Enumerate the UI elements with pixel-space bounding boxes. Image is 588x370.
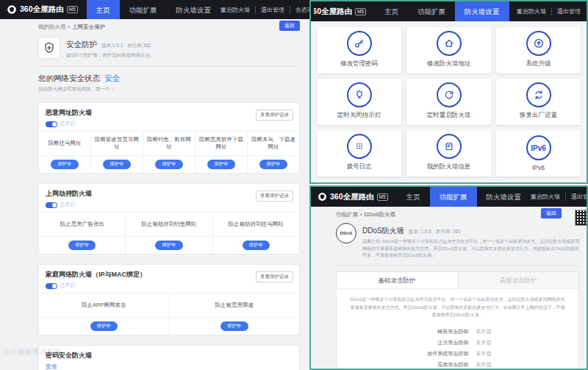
shield-logo-icon xyxy=(7,4,17,15)
tab-home[interactable]: 主页 xyxy=(397,187,430,207)
tab-firewall-settings[interactable]: 防火墙设置 xyxy=(477,187,531,207)
brand-logo[interactable]: 360全屋路由 M5 xyxy=(314,7,366,17)
grid-cell-change-admin-password[interactable]: 修改管理密码 xyxy=(317,27,401,74)
grid-cell-ipv6[interactable]: IPv6 IPv6 xyxy=(496,130,581,177)
grid-cell-system-upgrade[interactable]: 系统升级 xyxy=(496,27,581,74)
view-protection-log-button[interactable]: 查看保护记录 xyxy=(256,110,293,121)
grid-cell-factory-reset[interactable]: 恢复出厂设置 xyxy=(496,79,581,125)
menu-restart-firewall[interactable]: 重启防火墙 xyxy=(220,6,250,14)
menu-consult[interactable]: 去咨询 xyxy=(290,6,309,14)
protecting-pill[interactable]: 保护中 xyxy=(259,160,287,169)
section-items: 阻断挂马网址保护中 阻断篡改首页等网址保护中 阻断钓鱼、欺诈网址保护中 阻断恶意… xyxy=(39,131,299,173)
bulb-icon xyxy=(347,82,372,107)
protecting-pill[interactable]: 保护中 xyxy=(51,160,79,169)
back-button[interactable]: 返回 xyxy=(279,21,300,31)
card-sub: 已开启 xyxy=(46,282,293,289)
protecting-pill[interactable]: 保护中 xyxy=(103,160,131,169)
menu-restart-firewall[interactable]: 重启防火墙 xyxy=(517,7,546,15)
view-protection-log-button[interactable]: 查看保护记录 xyxy=(256,271,293,282)
network-status: 您的网络安全状态安全 xyxy=(38,74,300,84)
protection-label: 操作系统攻击防御 xyxy=(343,350,468,357)
protection-item: 防止被劫持到挂马网站保护中 xyxy=(212,213,299,254)
protecting-pill[interactable]: 保护中 xyxy=(155,241,183,250)
protecting-pill[interactable]: 保护中 xyxy=(90,321,118,331)
tab-advanced-protection[interactable]: 高级攻击防护 xyxy=(457,272,578,288)
protection-item: 防止恶意广告弹出保护中 xyxy=(39,213,125,254)
tab-firewall-settings[interactable]: 防火墙设置 xyxy=(455,1,509,21)
breadcrumb-current: 上网安全保护 xyxy=(72,24,105,30)
breadcrumb-root[interactable]: 功能扩展 xyxy=(336,211,358,218)
protection-item: 阻止ARP断网攻击保护中 xyxy=(39,293,169,335)
protecting-pill[interactable]: 保护中 xyxy=(207,160,235,169)
brand-text: 360全屋路由 xyxy=(330,192,374,202)
protection-row: 泛洪攻击防御未开启 xyxy=(337,339,578,346)
br-topbar: 360全屋路由 M5 主页 功能扩展 防火墙设置 重启防火墙 退出管理 去咨询 … xyxy=(311,187,587,207)
toggle-state-label: 已开启 xyxy=(60,121,75,127)
app-version: 版本:1.0.1 xyxy=(101,43,123,48)
grid-cell-schedule-restart[interactable]: 定时重启防火墙 xyxy=(406,79,491,125)
card-header: 密码安全防火墙 安全 xyxy=(39,346,299,370)
section-items: 防止恶意广告弹出保护中 防止被劫持到钓鱼网站保护中 防止被劫持到挂马网站保护中 xyxy=(39,212,299,254)
protecting-pill[interactable]: 保护中 xyxy=(243,241,270,250)
topbar-menu: 重启防火墙 退出管理 去咨询 A xyxy=(531,193,587,201)
doc-icon xyxy=(437,134,462,159)
protection-list: 畸形攻击防御未开启 泛洪攻击防御未开启 操作系统攻击防御未开启 应用攻击防御未开… xyxy=(337,322,578,370)
tab-extensions[interactable]: 功能扩展 xyxy=(408,1,455,21)
card-sub: 已开启 xyxy=(46,121,293,127)
protecting-pill[interactable]: 保护中 xyxy=(68,241,96,250)
password-status: 安全 xyxy=(46,363,293,370)
item-label: 阻断挂马网址 xyxy=(39,132,90,155)
protecting-pill[interactable]: 保护中 xyxy=(220,321,248,331)
tab-firewall-settings[interactable]: 防火墙设置 xyxy=(167,0,221,19)
app-version: 版本: 1.0.6 xyxy=(409,229,431,234)
back-button[interactable]: 返回 xyxy=(541,208,562,218)
toggle-switch[interactable] xyxy=(46,121,57,127)
toggle-switch[interactable] xyxy=(46,283,57,289)
grid-cell-label: 定时重启防火墙 xyxy=(427,111,471,120)
app-publisher: 发行商: 360 xyxy=(436,229,461,234)
grid-cell-label: 修改管理密码 xyxy=(340,60,378,68)
ipv6-icon: IPv6 xyxy=(526,135,551,160)
menu-restart-firewall[interactable]: 重启防火墙 xyxy=(531,193,560,201)
topbar-menu: 重启防火墙 退出管理 xyxy=(517,7,587,15)
protecting-pill[interactable]: 保护中 xyxy=(155,160,183,169)
home-icon xyxy=(437,31,462,56)
section-items: 阻止ARP断网攻击保护中 防止被恶意限速保护中 xyxy=(39,293,299,335)
brand-logo[interactable]: 360全屋路由 M5 xyxy=(318,192,388,202)
tab-basic-protection[interactable]: 基础攻击防护 xyxy=(337,272,457,288)
grid-cell-schedule-led-off[interactable]: 定时关闭指示灯 xyxy=(317,79,401,125)
breadcrumb-sep: > xyxy=(359,211,362,218)
toggle-switch[interactable] xyxy=(46,202,57,208)
card-malicious-url-firewall: 恶意网址防火墙 已开启 查看保护记录 阻断挂马网址保护中 阻断篡改首页等网址保护… xyxy=(38,102,300,174)
grid-cell-change-firewall-address[interactable]: 修改防火墙地址 xyxy=(406,27,491,74)
grid-cell-firewall-info[interactable]: 我的防火墙信息 xyxy=(406,130,491,177)
breadcrumb-current: DDoS防火墙 xyxy=(365,211,396,218)
topbar-menu: 重启防火墙 退出管理 去咨询 xyxy=(220,6,309,14)
menu-logout[interactable]: 退出管理 xyxy=(551,7,581,15)
tab-extensions[interactable]: 功能扩展 xyxy=(120,0,167,19)
breadcrumb: 我的防火墙 > 上网安全保护 xyxy=(38,24,300,31)
shield-logo-icon xyxy=(318,192,327,202)
menu-logout[interactable]: 退出管理 xyxy=(565,193,587,201)
section-title: 密码安全防火墙 xyxy=(46,351,293,360)
item-label: 阻断钓鱼、欺诈网址 xyxy=(143,132,195,155)
protection-item: 阻断木马、下载者网址保护中 xyxy=(247,132,299,173)
view-protection-log-button[interactable]: 查看保护记录 xyxy=(256,191,293,202)
brand-logo[interactable]: 360全屋路由 M5 xyxy=(7,4,78,15)
item-label: 防止恶意广告弹出 xyxy=(39,213,125,236)
grid-cell-dial-log[interactable]: 拨号日志 xyxy=(317,130,401,177)
menu-logout[interactable]: 退出管理 xyxy=(255,6,284,14)
grid-cell-label: 修改防火墙地址 xyxy=(427,60,471,68)
ipv6-icon-text: IPv6 xyxy=(531,144,546,152)
item-label: 防止被劫持到钓鱼网站 xyxy=(126,213,212,236)
tab-home[interactable]: 主页 xyxy=(375,1,408,21)
reset-icon xyxy=(526,82,551,107)
protection-row: 操作系统攻击防御未开启 xyxy=(337,350,578,357)
item-label: 阻断恶意软件下载网址 xyxy=(196,132,247,155)
breadcrumb-root[interactable]: 我的防火墙 xyxy=(38,24,66,30)
security-app-info: 安全防护版本:1.0.1发行商:360 提供6个防护项，保护您的家庭网络安全。 xyxy=(66,37,155,59)
tab-home[interactable]: 主页 xyxy=(87,0,120,19)
card-header: 恶意网址防火墙 已开启 查看保护记录 xyxy=(39,103,299,131)
item-label: 防止被恶意限速 xyxy=(170,293,300,317)
tab-extensions[interactable]: 功能扩展 xyxy=(430,187,477,207)
